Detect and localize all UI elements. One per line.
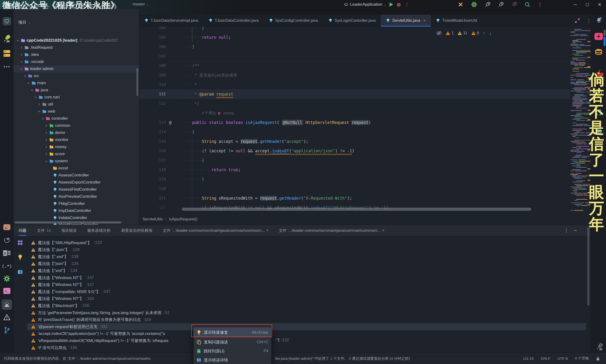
tree-chevron[interactable] bbox=[37, 110, 41, 113]
group-by-button[interactable] bbox=[17, 239, 24, 246]
more-toolwindows-button[interactable]: ••• bbox=[3, 64, 11, 69]
lock-icon[interactable] bbox=[596, 356, 600, 361]
code-line[interactable]: 119········} bbox=[139, 175, 570, 184]
expand-editor-icon[interactable] bbox=[575, 18, 580, 23]
problem-item[interactable]: 魔法值【"XMLHttpRequest"】:122 bbox=[27, 239, 586, 246]
inspections-widget[interactable]: 1 11 6 ↑ ↓ bbox=[436, 30, 492, 36]
tree-item[interactable]: noway bbox=[14, 143, 139, 150]
services-toolwindow-button[interactable] bbox=[3, 50, 10, 57]
tree-chevron[interactable] bbox=[33, 96, 38, 99]
author-name[interactable]: zysicyj bbox=[223, 108, 234, 118]
code-editor[interactable]: 104········}105········return null;106··… bbox=[139, 26, 570, 225]
warnings-toolwindow-button[interactable] bbox=[3, 314, 11, 321]
atom-plugin-icon[interactable] bbox=[471, 1, 477, 8]
tree-chevron[interactable] bbox=[15, 39, 20, 42]
breadcrumb-class[interactable]: ServletUtils bbox=[143, 217, 163, 222]
tree-chevron[interactable] bbox=[30, 89, 34, 92]
tree-item[interactable]: IndataController bbox=[14, 214, 139, 221]
rocket-plugin-icon[interactable] bbox=[484, 1, 491, 8]
tree-item[interactable]: leader-admin bbox=[14, 65, 139, 72]
tree-item[interactable]: ImpDataController bbox=[14, 207, 139, 214]
problem-item[interactable]: 魔法值【"Windows NT"】:147 bbox=[27, 281, 586, 288]
close-tab-icon[interactable]: × bbox=[382, 225, 384, 236]
problem-item[interactable]: 魔法值【".xml"】:128 bbox=[27, 253, 586, 260]
tree-item[interactable]: web bbox=[14, 108, 139, 115]
tab-options-kebab[interactable]: ⋮ bbox=[586, 20, 588, 22]
problems-tab[interactable]: 文件18 bbox=[37, 225, 51, 236]
excel-plugin-button[interactable]: X bbox=[3, 249, 11, 257]
warning-count-badge[interactable]: 6 bbox=[471, 31, 479, 36]
error-details-toolbar-button[interactable] bbox=[17, 268, 24, 275]
tree-chevron[interactable] bbox=[19, 67, 24, 71]
fast-request-bottom-button[interactable]: JR bbox=[596, 342, 604, 351]
run-more-menu[interactable]: ⋮ bbox=[404, 3, 406, 6]
fast-request-toolwindow-button[interactable]: JR bbox=[2, 33, 11, 43]
tree-chevron[interactable] bbox=[44, 145, 49, 149]
project-panel-header[interactable]: 项目 ⌄ bbox=[18, 17, 31, 27]
restore-button[interactable] bbox=[586, 3, 589, 6]
problems-tab[interactable]: 文件 '...\leader-common\src\main\java\com\… bbox=[163, 225, 268, 236]
error-count-badge[interactable]: 1 bbox=[446, 31, 454, 36]
problems-tab[interactable]: 易受攻击的依赖项 bbox=[121, 225, 152, 236]
tree-item[interactable]: cppCode20221025 [leader]D:\code\cppCode2… bbox=[14, 37, 139, 44]
run-button[interactable] bbox=[390, 2, 393, 7]
problems-tab[interactable]: 问题 bbox=[19, 225, 27, 236]
tree-chevron[interactable] bbox=[44, 159, 49, 163]
tree-item[interactable]: AssPreviewController bbox=[14, 193, 139, 200]
tree-chevron[interactable] bbox=[23, 74, 27, 78]
problem-item[interactable]: 魔法值【"xml"】:134 bbox=[27, 267, 586, 274]
problems-scrollbar[interactable] bbox=[587, 227, 589, 305]
hide-panel-icon[interactable]: ─ bbox=[574, 228, 577, 233]
debug-button[interactable] bbox=[396, 2, 401, 7]
profiler-toolwindow-button[interactable] bbox=[3, 236, 10, 244]
quickfix-toolbar-button[interactable] bbox=[17, 254, 24, 261]
editor-tab[interactable]: TJsonDataServiceImpl.java bbox=[139, 15, 203, 26]
code-line[interactable]: 4 个用法zysicyj bbox=[139, 108, 570, 118]
tree-vertical-scrollbar[interactable] bbox=[137, 68, 138, 96]
tree-item[interactable]: AssessExportController bbox=[14, 179, 139, 186]
git-toolwindow-button[interactable] bbox=[3, 326, 10, 334]
file-encoding[interactable]: UTF-8 bbox=[557, 356, 568, 361]
editor-scrollbar-thumb[interactable] bbox=[604, 37, 606, 46]
tree-item[interactable]: .fastRequest bbox=[14, 44, 139, 51]
tree-item[interactable]: main bbox=[14, 79, 139, 87]
context-menu-item[interactable]: 显示快速修复Alt+Enter bbox=[193, 327, 271, 338]
editor-tab[interactable]: TicketModelJsonUtil bbox=[431, 15, 482, 26]
eye-off-icon[interactable] bbox=[436, 30, 442, 36]
notifications-button[interactable] bbox=[595, 16, 603, 24]
minimap[interactable] bbox=[570, 26, 591, 214]
git-branch-widget[interactable]: master ⌄ bbox=[133, 2, 149, 7]
problems-tab[interactable]: 项目错误 bbox=[61, 225, 77, 236]
problem-item[interactable]: 魔法值【"Macintosh"】:150 bbox=[27, 302, 586, 309]
code-line[interactable]: 113@····public static boolean isAjaxRequ… bbox=[139, 118, 570, 127]
caret-position[interactable]: 111:15 bbox=[523, 356, 534, 361]
context-menu-item[interactable]: 显示错误详情 bbox=[193, 355, 271, 364]
run-configuration-select[interactable]: LeaderApplication ⌄ bbox=[344, 2, 386, 7]
rocket-plugin-icon[interactable] bbox=[498, 1, 504, 8]
tree-item[interactable]: score bbox=[14, 150, 139, 157]
indent-setting[interactable]: 4 个空格 bbox=[575, 356, 589, 361]
tree-chevron[interactable] bbox=[40, 117, 45, 120]
code-line[interactable]: 114····{ bbox=[139, 127, 570, 137]
code-line[interactable]: 115········String accept = request.getHe… bbox=[139, 137, 570, 146]
tree-item[interactable]: system bbox=[14, 157, 139, 165]
tree-item[interactable]: monitor bbox=[14, 136, 139, 143]
tree-chevron[interactable] bbox=[26, 81, 31, 85]
problem-item[interactable]: 魔法值【"compatible; MSIE 9.0;"】:147 bbox=[27, 288, 586, 295]
code-line[interactable]: 111···· * @param request bbox=[139, 89, 570, 99]
tree-item[interactable]: .vscode bbox=[14, 58, 139, 65]
tree-item[interactable]: demo bbox=[14, 129, 139, 136]
close-button[interactable]: × bbox=[598, 2, 601, 7]
main-menu-kebab[interactable]: ⋮ bbox=[537, 3, 539, 6]
tree-item[interactable]: common bbox=[14, 122, 139, 129]
context-menu-item[interactable]: 复制问题描述Ctrl+C bbox=[193, 338, 271, 347]
tree-item[interactable]: excel bbox=[14, 165, 139, 172]
line-ending[interactable]: CRLF bbox=[541, 356, 550, 361]
settings-toolwindow-button[interactable] bbox=[3, 274, 11, 283]
code-line[interactable]: 112···· */ bbox=[139, 99, 570, 108]
problem-item[interactable]: 'if' 语句可以简化:134 bbox=[27, 344, 586, 351]
dependency-checker-button[interactable] bbox=[595, 89, 603, 97]
tree-chevron[interactable] bbox=[19, 53, 24, 56]
editor-tab[interactable]: SysLoginController.java bbox=[323, 15, 381, 26]
tree-chevron[interactable] bbox=[37, 103, 41, 106]
